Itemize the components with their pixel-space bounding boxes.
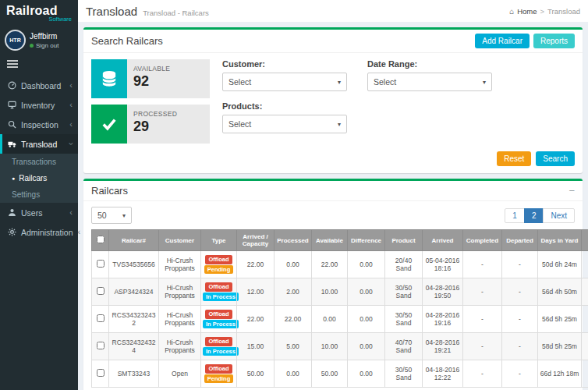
- page-1-button[interactable]: 1: [505, 208, 525, 223]
- gear-icon: [8, 228, 16, 236]
- page-size-value: 50: [97, 211, 107, 220]
- hamburger-menu-icon[interactable]: [0, 55, 78, 76]
- available-stat-body: AVAILABLE 92: [127, 59, 176, 98]
- processed-stat-body: PROCESSED 29: [127, 105, 183, 144]
- available-cell: 0.00: [312, 306, 348, 333]
- database-icon: [91, 59, 127, 98]
- next-page-button[interactable]: Next: [543, 208, 575, 223]
- reset-button[interactable]: Reset: [497, 151, 531, 166]
- offload-badge: Offload: [205, 310, 232, 319]
- col-action: Action: [582, 230, 588, 251]
- sidebar: Railroad Software HTR Jeffbirm Sign out …: [0, 0, 78, 390]
- col-days-in-yard[interactable]: Days in Yard: [538, 230, 582, 251]
- row-checkbox-cell: [92, 278, 109, 306]
- user-panel: HTR Jeffbirm Sign out: [0, 24, 78, 55]
- check-icon: [91, 105, 127, 144]
- sidebar-item-railcars[interactable]: ● Railcars: [0, 170, 78, 186]
- dropdown-arrow-icon: ▾: [338, 79, 341, 86]
- row-checkbox-cell: [92, 251, 109, 278]
- table-row: RCS324324324 Hi-Crush Proppants Offload …: [92, 333, 588, 360]
- col-type[interactable]: Type: [201, 230, 237, 251]
- date-range-select[interactable]: Select ▾: [367, 73, 492, 91]
- sidebar-item-transload[interactable]: Transload ‹: [0, 134, 78, 154]
- available-stat-value: 92: [133, 73, 170, 90]
- action-cell: ≡: [582, 360, 588, 388]
- col-available[interactable]: Available: [312, 230, 348, 251]
- search-button[interactable]: Search: [536, 151, 575, 166]
- processed-cell: 5.00: [275, 333, 312, 360]
- row-checkbox-cell: [92, 306, 109, 333]
- chevron-left-icon: ‹: [69, 81, 73, 90]
- col-processed[interactable]: Processed: [275, 230, 312, 251]
- breadcrumb-home-link[interactable]: Home: [517, 7, 537, 16]
- processed-stat-label: PROCESSED: [133, 110, 177, 118]
- row-checkbox[interactable]: [97, 314, 104, 322]
- arrived-cell: 04-28-2016 19:21: [423, 333, 463, 360]
- departed-cell: -: [502, 333, 538, 360]
- sidebar-item-users[interactable]: Users ‹: [0, 203, 78, 222]
- select-all-checkbox[interactable]: [97, 236, 104, 243]
- available-stat-tile: AVAILABLE 92: [91, 59, 210, 98]
- page-2-button[interactable]: 2: [524, 208, 544, 223]
- date-range-filter-label: Date Range:: [367, 59, 500, 69]
- sign-out-link[interactable]: Sign out: [30, 42, 58, 49]
- arrived-cell: 04-28-2016 19:50: [423, 278, 463, 306]
- products-select[interactable]: Select ▾: [222, 115, 347, 133]
- col-railcar[interactable]: Railcar#: [109, 230, 159, 251]
- page-size-select[interactable]: 50 ▾: [91, 207, 132, 224]
- available-cell: 22.00: [312, 251, 348, 278]
- product-cell: 30/50 Sand: [385, 360, 423, 388]
- inspection-icon: [8, 120, 16, 129]
- reports-button[interactable]: Reports: [533, 34, 575, 48]
- type-cell: Offload In Process: [201, 333, 237, 360]
- col-product[interactable]: Product: [385, 230, 423, 251]
- col-customer[interactable]: Customer: [159, 230, 201, 251]
- col-arrived[interactable]: Arrived: [423, 230, 463, 251]
- sidebar-item-inspection[interactable]: Inspection ‹: [0, 115, 78, 134]
- brand-logo: Railroad Software: [0, 0, 78, 24]
- pagination-top: 1 2 Next: [505, 208, 575, 223]
- arrived-capacity-cell: 15.00: [237, 333, 275, 360]
- minimize-icon[interactable]: −: [569, 186, 575, 196]
- days-in-yard-cell: 66d 12h 18m: [538, 360, 582, 388]
- available-stat-label: AVAILABLE: [133, 65, 170, 73]
- transload-submenu: Transactions ● Railcars Settings: [0, 154, 78, 203]
- customer-select-value: Select: [228, 77, 251, 87]
- row-checkbox[interactable]: [97, 260, 104, 268]
- days-in-yard-cell: 58d 5h 25m: [538, 333, 582, 360]
- sidebar-item-label: Transload: [21, 140, 57, 149]
- railcar-number-cell: TVS34535656: [109, 251, 159, 278]
- search-panel-actions: Add Railcar Reports: [475, 34, 575, 48]
- row-checkbox[interactable]: [97, 369, 104, 377]
- dropdown-arrow-icon: ▾: [122, 212, 126, 219]
- offload-badge: Offload: [205, 364, 232, 374]
- sidebar-item-settings[interactable]: Settings: [0, 186, 78, 203]
- search-railcars-panel: Search Railcars Add Railcar Reports: [83, 27, 583, 173]
- railcar-number-cell: RCS343232432: [109, 306, 159, 333]
- row-checkbox[interactable]: [97, 342, 104, 349]
- arrived-cell: 04-18-2016 12:22: [423, 360, 463, 388]
- col-difference[interactable]: Difference: [348, 230, 385, 251]
- col-departed[interactable]: Departed: [502, 230, 538, 251]
- col-completed[interactable]: Completed: [463, 230, 502, 251]
- sidebar-item-administration[interactable]: Administration ‹: [0, 222, 78, 242]
- submenu-item-label: Settings: [12, 190, 40, 199]
- customer-select[interactable]: Select ▾: [222, 73, 347, 91]
- customer-filter-label: Customer:: [222, 59, 355, 69]
- processed-cell: 0.00: [275, 251, 312, 278]
- sidebar-item-dashboard[interactable]: Dashboard ‹: [0, 76, 78, 95]
- customer-cell: Hi-Crush Proppants: [159, 278, 201, 306]
- products-filter-label: Products:: [222, 101, 355, 111]
- search-panel-footer: Reset Search: [83, 147, 583, 173]
- col-arrived-capacity[interactable]: Arrived / Capacity: [237, 230, 275, 251]
- sidebar-item-transactions[interactable]: Transactions: [0, 154, 78, 170]
- customer-cell: Open: [159, 360, 201, 388]
- table-row: TVS34535656 Hi-Crush Proppants Offload P…: [92, 251, 588, 278]
- chevron-left-icon: ‹: [69, 208, 73, 217]
- difference-cell: 0.00: [348, 306, 385, 333]
- row-checkbox[interactable]: [97, 287, 104, 295]
- sidebar-item-inventory[interactable]: Inventory ‹: [0, 95, 78, 115]
- add-railcar-button[interactable]: Add Railcar: [475, 34, 530, 48]
- completed-cell: -: [463, 360, 502, 388]
- sidebar-item-label: Users: [21, 208, 42, 218]
